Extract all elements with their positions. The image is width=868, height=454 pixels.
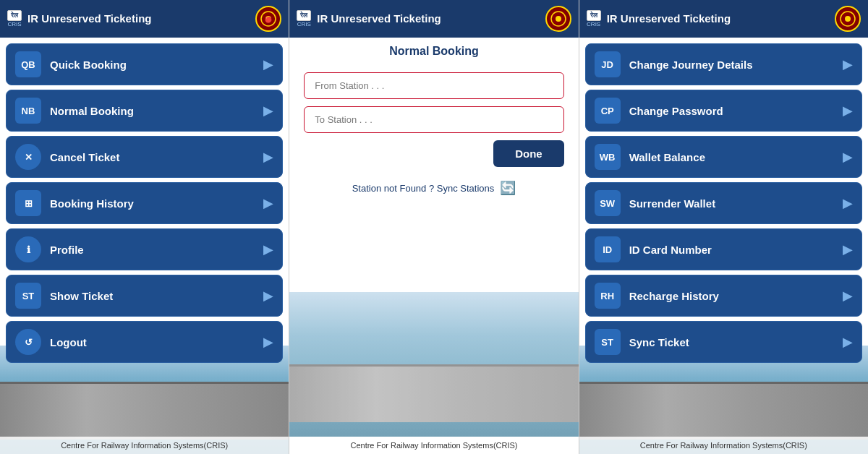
nb-label: Normal Booking — [50, 105, 255, 117]
svg-point-6 — [845, 16, 851, 22]
rh-label: Recharge History — [629, 290, 834, 302]
menu-item-change-journey[interactable]: JD Change Journey Details ▶ — [585, 43, 862, 85]
middle-header: रेल CRIS IR Unreserved Ticketing — [289, 0, 578, 38]
qb-arrow: ▶ — [263, 56, 273, 72]
menu-item-quick-booking[interactable]: QB Quick Booking ▶ — [6, 43, 283, 85]
logo-cris: CRIS — [7, 21, 21, 27]
menu-item-surrender-wallet[interactable]: SW Surrender Wallet ▶ — [585, 182, 862, 224]
menu-item-recharge-history[interactable]: RH Recharge History ▶ — [585, 275, 862, 317]
svg-text:🔴: 🔴 — [265, 16, 272, 23]
middle-logo: रेल CRIS — [297, 10, 311, 28]
cp-arrow: ▶ — [843, 103, 853, 119]
nb-arrow: ▶ — [263, 103, 273, 119]
st-arrow: ▶ — [263, 288, 273, 304]
rh-arrow: ▶ — [843, 288, 853, 304]
st-icon: ST — [15, 283, 41, 309]
middle-footer: Centre For Railway Information Systems(C… — [289, 437, 578, 454]
rh-icon: RH — [595, 283, 621, 309]
menu-item-booking-history[interactable]: ⊞ Booking History ▶ — [6, 182, 283, 224]
left-menu-list: QB Quick Booking ▶ NB Normal Booking ▶ ✕… — [0, 38, 289, 437]
right-header: रेल CRIS IR Unreserved Ticketing — [579, 0, 868, 38]
profile-arrow: ▶ — [263, 241, 273, 257]
sync-ticket-arrow: ▶ — [843, 334, 853, 350]
nb-icon: NB — [15, 98, 41, 124]
qb-icon: QB — [15, 51, 41, 77]
menu-item-cancel-ticket[interactable]: ✕ Cancel Ticket ▶ — [6, 136, 283, 178]
middle-logo-cris: CRIS — [297, 21, 311, 27]
menu-item-wallet-balance[interactable]: WB Wallet Balance ▶ — [585, 136, 862, 178]
sync-text: Station not Found ? Sync Stations — [352, 183, 495, 194]
sw-arrow: ▶ — [843, 195, 853, 211]
menu-item-sync-ticket[interactable]: ST Sync Ticket ▶ — [585, 321, 862, 363]
profile-icon: ℹ — [15, 236, 41, 262]
sync-icon[interactable]: 🔄 — [500, 180, 516, 196]
menu-item-normal-booking[interactable]: NB Normal Booking ▶ — [6, 90, 283, 132]
right-panel: रेल CRIS IR Unreserved Ticketing JD Chan… — [579, 0, 868, 454]
qb-label: Quick Booking — [50, 59, 255, 71]
sync-row: Station not Found ? Sync Stations 🔄 — [289, 174, 578, 202]
cp-icon: CP — [595, 98, 621, 124]
jd-label: Change Journey Details — [629, 59, 834, 71]
id-label: ID Card Number — [629, 244, 834, 256]
left-emblem: 🔴 — [255, 6, 281, 32]
sw-label: Surrender Wallet — [629, 197, 834, 210]
normal-booking-title: Normal Booking — [289, 38, 578, 65]
menu-item-id-card[interactable]: ID ID Card Number ▶ — [585, 228, 862, 270]
cancel-label: Cancel Ticket — [50, 151, 255, 163]
right-menu-list: JD Change Journey Details ▶ CP Change Pa… — [579, 38, 868, 437]
left-logo: रेल CRIS — [7, 10, 22, 28]
sync-ticket-label: Sync Ticket — [629, 336, 834, 348]
svg-point-4 — [556, 16, 561, 22]
wb-icon: WB — [595, 144, 621, 170]
cp-label: Change Password — [629, 105, 834, 117]
right-emblem — [835, 6, 861, 32]
logout-icon: ↺ — [15, 329, 41, 355]
booking-form: Done — [289, 65, 578, 174]
id-arrow: ▶ — [843, 241, 853, 257]
profile-label: Profile — [50, 244, 255, 256]
menu-item-logout[interactable]: ↺ Logout ▶ — [6, 321, 283, 363]
bh-icon: ⊞ — [15, 190, 41, 216]
st-label: Show Ticket — [50, 290, 255, 302]
right-footer: Centre For Railway Information Systems(C… — [579, 437, 868, 454]
middle-logo-text: रेल — [297, 10, 311, 22]
jd-arrow: ▶ — [843, 56, 853, 72]
right-logo: रेल CRIS — [587, 10, 601, 28]
bh-label: Booking History — [50, 197, 255, 210]
wb-label: Wallet Balance — [629, 151, 834, 163]
middle-bg-image — [289, 292, 578, 437]
id-icon: ID — [595, 236, 621, 262]
bh-arrow: ▶ — [263, 195, 273, 211]
right-logo-text: रेल — [587, 10, 601, 22]
menu-item-change-password[interactable]: CP Change Password ▶ — [585, 90, 862, 132]
left-footer: Centre For Railway Information Systems(C… — [0, 437, 289, 454]
logo-text: रेल — [7, 10, 22, 22]
left-header-title: IR Unreserved Ticketing — [27, 12, 250, 25]
middle-bg-train — [289, 364, 578, 422]
wb-arrow: ▶ — [843, 149, 853, 165]
sync-ticket-icon: ST — [595, 329, 621, 355]
middle-content: Normal Booking Done Station not Found ? … — [289, 38, 578, 437]
right-logo-cris: CRIS — [587, 21, 600, 27]
logout-label: Logout — [50, 336, 255, 348]
done-button[interactable]: Done — [493, 140, 564, 167]
logout-arrow: ▶ — [263, 334, 273, 350]
menu-item-profile[interactable]: ℹ Profile ▶ — [6, 228, 283, 270]
middle-panel: रेल CRIS IR Unreserved Ticketing Normal … — [289, 0, 579, 454]
to-station-input[interactable] — [304, 106, 563, 133]
left-panel: रेल CRIS IR Unreserved Ticketing 🔴 QB Qu… — [0, 0, 289, 454]
sw-icon: SW — [595, 190, 621, 216]
right-header-title: IR Unreserved Ticketing — [607, 12, 829, 25]
left-header: रेल CRIS IR Unreserved Ticketing 🔴 — [0, 0, 289, 38]
middle-emblem — [545, 6, 571, 32]
jd-icon: JD — [595, 51, 621, 77]
cancel-arrow: ▶ — [263, 149, 273, 165]
menu-item-show-ticket[interactable]: ST Show Ticket ▶ — [6, 275, 283, 317]
cancel-icon: ✕ — [15, 144, 41, 170]
middle-header-title: IR Unreserved Ticketing — [317, 12, 539, 25]
from-station-input[interactable] — [304, 72, 563, 99]
